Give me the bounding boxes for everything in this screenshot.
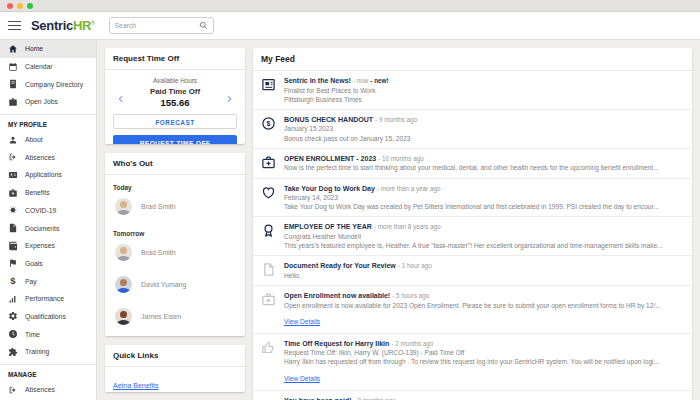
search-box bbox=[109, 17, 214, 34]
feed-item-text: Harry Ilkin has requested off from throu… bbox=[284, 357, 682, 366]
feed-item-text: Request Time Off: Ilkin, Harry W. (URCO-… bbox=[284, 348, 682, 357]
sidebar-item-about[interactable]: About bbox=[0, 131, 96, 149]
sidebar-item-open-jobs[interactable]: Open Jobs bbox=[0, 93, 96, 111]
document-icon bbox=[261, 262, 276, 277]
feed-item-time: - more than 8 years ago bbox=[374, 223, 441, 230]
quick-link-aetna-benefits[interactable]: Aetna Benefits bbox=[113, 382, 159, 389]
sidebar-item-home[interactable]: Home bbox=[0, 40, 96, 58]
window-titlebar bbox=[0, 0, 700, 12]
feed-item-new-badge: - new! bbox=[370, 77, 388, 84]
minimize-window-button[interactable] bbox=[17, 3, 23, 9]
view-details-link[interactable]: View Details bbox=[284, 374, 320, 383]
sidebar-item-label: Open Jobs bbox=[25, 98, 58, 105]
next-plan-chevron[interactable] bbox=[221, 89, 237, 107]
feed-item-title: Take Your Dog to Work Day bbox=[284, 185, 375, 192]
sidebar-item-documents[interactable]: Documents bbox=[0, 219, 96, 237]
feed-item[interactable]: Document Ready for Your Review- 1 hour a… bbox=[253, 256, 692, 286]
medal-icon bbox=[261, 223, 276, 238]
medical-kit-icon bbox=[261, 292, 276, 307]
available-hours-value: 155.66 bbox=[129, 97, 221, 108]
avatar bbox=[115, 244, 132, 261]
wallet-icon bbox=[8, 241, 18, 251]
whos-out-person[interactable]: David Yumang bbox=[115, 276, 237, 293]
feed-item-title: You have been paid! bbox=[284, 397, 352, 400]
sidebar-item-calendar[interactable]: Calendar bbox=[0, 58, 96, 76]
view-details-link[interactable]: View Details bbox=[284, 317, 320, 326]
maximize-window-button[interactable] bbox=[27, 3, 33, 9]
id-card-icon bbox=[8, 170, 18, 180]
feed-item[interactable]: Open Enrollment now available!- 5 hours … bbox=[253, 286, 692, 334]
sidebar-item-absences[interactable]: Absences bbox=[0, 148, 96, 166]
feed-item-text: Pittsburgh Business Times bbox=[284, 95, 682, 104]
document-icon bbox=[8, 223, 18, 233]
sidebar-item-time[interactable]: Time bbox=[0, 325, 96, 343]
feed-item[interactable]: OPEN ENROLLMENT - 2023- 10 months ago No… bbox=[253, 149, 692, 179]
feed-item[interactable]: EMPLOYEE OF THE YEAR- more than 8 years … bbox=[253, 217, 692, 256]
bar-chart-icon bbox=[8, 294, 18, 304]
briefcase-icon bbox=[8, 97, 18, 107]
sidebar-item-manage-absences[interactable]: Absences bbox=[0, 381, 96, 399]
sidebar-item-label: Expenses bbox=[25, 242, 55, 249]
logo-text-sentric: Sentric bbox=[31, 18, 73, 33]
feed-item-time: - 10 months ago bbox=[378, 155, 424, 162]
sidebar-item-applications[interactable]: Applications bbox=[0, 166, 96, 184]
app-header: SentricHR® bbox=[0, 12, 700, 40]
sidebar-item-label: Goals bbox=[25, 260, 43, 267]
feed-item-title: Sentric in the News! bbox=[284, 77, 351, 84]
person-name: Brad Smith bbox=[141, 203, 176, 210]
feed-item[interactable]: $ BONUS CHECK HANDOUT- 9 months ago Janu… bbox=[253, 110, 692, 149]
feed-item-text: Take Your Dog to Work Day was created by… bbox=[284, 202, 682, 211]
card-title: Who's Out bbox=[105, 153, 245, 175]
home-icon bbox=[8, 44, 18, 54]
feed-item-title: BONUS CHECK HANDOUT bbox=[284, 116, 373, 123]
sidebar-item-company-directory[interactable]: Company Directory bbox=[0, 75, 96, 93]
paycheck-icon: $ bbox=[261, 397, 276, 400]
time-off-plan-name: Paid Time Off bbox=[129, 87, 221, 96]
puzzle-icon bbox=[8, 347, 18, 357]
previous-plan-chevron[interactable] bbox=[113, 89, 129, 107]
feed-item-text: Bonus check pass out on January 15, 2023 bbox=[284, 134, 682, 143]
feed-item[interactable]: Time Off Request for Harry Ilkin- 2 mont… bbox=[253, 334, 692, 391]
app-logo: SentricHR® bbox=[31, 18, 95, 33]
feed-item-text: Now is the perfect time to start thinkin… bbox=[284, 163, 682, 172]
feed-item-time: - 9 months ago bbox=[375, 116, 417, 123]
feed-item[interactable]: Sentric in the News!- now- new! Finalist… bbox=[253, 71, 692, 110]
sidebar-item-label: Absences bbox=[25, 386, 55, 393]
forecast-button[interactable]: FORECAST bbox=[113, 114, 237, 129]
request-time-off-button[interactable]: REQUEST TIME OFF bbox=[113, 135, 237, 144]
sidebar-item-goals[interactable]: Goals bbox=[0, 255, 96, 273]
sidebar-item-qualifications[interactable]: Qualifications bbox=[0, 308, 96, 326]
search-icon[interactable] bbox=[199, 21, 208, 30]
whos-out-person[interactable]: Brad Smith bbox=[115, 198, 237, 215]
whos-out-person[interactable]: James Eisen bbox=[115, 308, 237, 325]
sidebar-item-label: About bbox=[25, 136, 43, 143]
sidebar-item-expenses[interactable]: Expenses bbox=[0, 237, 96, 255]
svg-text:$: $ bbox=[267, 120, 271, 128]
virus-icon bbox=[8, 205, 18, 215]
registered-mark: ® bbox=[91, 20, 94, 26]
search-input[interactable] bbox=[115, 22, 199, 29]
dollar-circle-icon: $ bbox=[261, 116, 276, 131]
person-name: David Yumang bbox=[141, 281, 186, 288]
sidebar-item-training[interactable]: Training bbox=[0, 343, 96, 361]
feed-item-time: - 1 hour ago bbox=[398, 262, 432, 269]
tomorrow-label: Tomorrow bbox=[113, 230, 237, 237]
sidebar-item-pay[interactable]: $ Pay bbox=[0, 272, 96, 290]
menu-icon[interactable] bbox=[8, 21, 21, 31]
request-time-off-card: Request Time Off Available Hours Paid Ti… bbox=[105, 48, 245, 144]
feed-item-text: Finalist for Best Places to Work bbox=[284, 86, 682, 95]
whos-out-person[interactable]: Brad Smith bbox=[115, 244, 237, 261]
sidebar-item-covid-19[interactable]: COVID-19 bbox=[0, 202, 96, 220]
sidebar-item-benefits[interactable]: Benefits bbox=[0, 184, 96, 202]
feed-item-text: Open enrollment is now available for 202… bbox=[284, 301, 682, 310]
sidebar-item-performance[interactable]: Performance bbox=[0, 290, 96, 308]
feed-item[interactable]: $ You have been paid!- 9 months ago Harr… bbox=[253, 391, 692, 400]
close-window-button[interactable] bbox=[7, 3, 13, 9]
card-title: Quick Links bbox=[105, 345, 245, 367]
exit-arrow-icon bbox=[8, 152, 18, 162]
today-label: Today bbox=[113, 184, 237, 191]
quick-links-card: Quick Links Aetna Benefits bbox=[105, 345, 245, 392]
sidebar-item-label: Home bbox=[25, 45, 43, 52]
available-hours-label: Available Hours bbox=[113, 77, 237, 84]
feed-item[interactable]: Take Your Dog to Work Day- more than a y… bbox=[253, 179, 692, 218]
